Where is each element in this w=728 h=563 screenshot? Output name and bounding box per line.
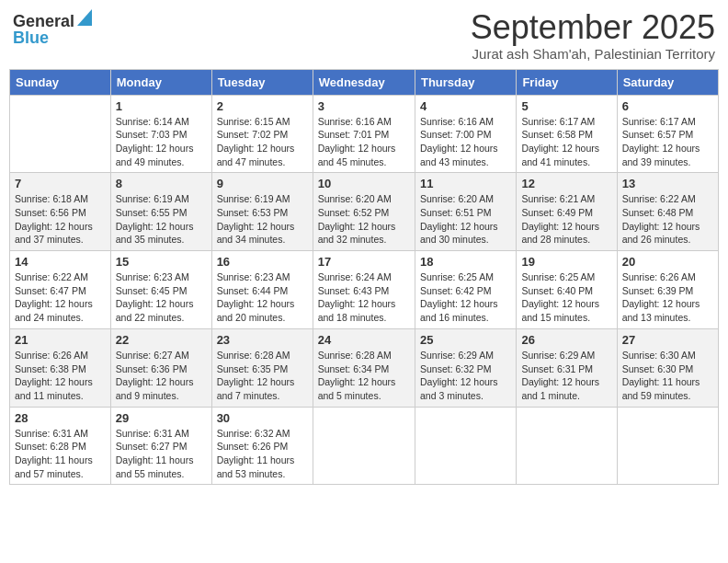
column-header-friday: Friday: [517, 69, 617, 95]
day-number: 14: [15, 255, 106, 269]
calendar-cell: 10Sunrise: 6:20 AMSunset: 6:52 PMDayligh…: [313, 173, 415, 251]
calendar-cell: 9Sunrise: 6:19 AMSunset: 6:53 PMDaylight…: [211, 173, 313, 251]
calendar-cell: 21Sunrise: 6:26 AMSunset: 6:38 PMDayligh…: [10, 328, 111, 407]
calendar-cell: 2Sunrise: 6:15 AMSunset: 7:02 PMDaylight…: [211, 95, 313, 173]
page-header: General Blue September 2025 Jurat ash Sh…: [9, 9, 719, 62]
calendar-cell: 18Sunrise: 6:25 AMSunset: 6:42 PMDayligh…: [415, 251, 516, 329]
day-info: Sunrise: 6:16 AMSunset: 7:00 PMDaylight:…: [420, 115, 511, 169]
title-block: September 2025 Jurat ash Sham'ah, Palest…: [471, 9, 715, 62]
calendar-header-row: SundayMondayTuesdayWednesdayThursdayFrid…: [10, 69, 719, 95]
column-header-wednesday: Wednesday: [313, 69, 415, 95]
day-info: Sunrise: 6:26 AMSunset: 6:38 PMDaylight:…: [15, 349, 106, 403]
day-number: 24: [318, 333, 410, 347]
day-number: 29: [116, 411, 207, 425]
day-info: Sunrise: 6:23 AMSunset: 6:45 PMDaylight:…: [116, 270, 207, 325]
day-info: Sunrise: 6:32 AMSunset: 6:26 PMDaylight:…: [217, 427, 308, 481]
calendar-cell: 27Sunrise: 6:30 AMSunset: 6:30 PMDayligh…: [617, 328, 718, 407]
day-info: Sunrise: 6:18 AMSunset: 6:56 PMDaylight:…: [15, 192, 106, 247]
day-info: Sunrise: 6:27 AMSunset: 6:36 PMDaylight:…: [116, 349, 207, 403]
column-header-sunday: Sunday: [10, 69, 111, 95]
logo-general-text: General: [13, 13, 74, 29]
month-title: September 2025: [471, 9, 715, 46]
column-header-saturday: Saturday: [617, 69, 718, 95]
day-info: Sunrise: 6:29 AMSunset: 6:31 PMDaylight:…: [521, 349, 611, 403]
svg-marker-0: [77, 9, 92, 26]
day-info: Sunrise: 6:25 AMSunset: 6:42 PMDaylight:…: [420, 270, 511, 325]
day-info: Sunrise: 6:17 AMSunset: 6:58 PMDaylight:…: [521, 115, 611, 169]
day-number: 13: [622, 177, 713, 190]
day-info: Sunrise: 6:20 AMSunset: 6:52 PMDaylight:…: [318, 192, 410, 247]
calendar-week-row: 21Sunrise: 6:26 AMSunset: 6:38 PMDayligh…: [10, 328, 719, 407]
calendar-cell: 17Sunrise: 6:24 AMSunset: 6:43 PMDayligh…: [313, 251, 415, 329]
day-info: Sunrise: 6:16 AMSunset: 7:01 PMDaylight:…: [318, 115, 410, 169]
column-header-tuesday: Tuesday: [211, 69, 313, 95]
calendar-cell: [517, 407, 617, 485]
calendar-cell: 5Sunrise: 6:17 AMSunset: 6:58 PMDaylight…: [517, 95, 617, 173]
day-info: Sunrise: 6:31 AMSunset: 6:27 PMDaylight:…: [116, 427, 207, 481]
logo-blue-text: Blue: [13, 29, 49, 46]
calendar-cell: 22Sunrise: 6:27 AMSunset: 6:36 PMDayligh…: [110, 328, 211, 407]
day-info: Sunrise: 6:19 AMSunset: 6:55 PMDaylight:…: [116, 192, 207, 247]
calendar-cell: 26Sunrise: 6:29 AMSunset: 6:31 PMDayligh…: [517, 328, 617, 407]
day-number: 10: [318, 177, 410, 190]
day-info: Sunrise: 6:15 AMSunset: 7:02 PMDaylight:…: [217, 115, 308, 169]
calendar-cell: 23Sunrise: 6:28 AMSunset: 6:35 PMDayligh…: [211, 328, 313, 407]
calendar-cell: 25Sunrise: 6:29 AMSunset: 6:32 PMDayligh…: [415, 328, 516, 407]
calendar-cell: 11Sunrise: 6:20 AMSunset: 6:51 PMDayligh…: [415, 173, 516, 251]
logo: General Blue: [13, 9, 92, 46]
calendar-cell: 8Sunrise: 6:19 AMSunset: 6:55 PMDaylight…: [110, 173, 211, 251]
day-number: 30: [217, 411, 308, 425]
calendar-cell: 6Sunrise: 6:17 AMSunset: 6:57 PMDaylight…: [617, 95, 718, 173]
day-info: Sunrise: 6:28 AMSunset: 6:35 PMDaylight:…: [217, 349, 308, 403]
calendar-table: SundayMondayTuesdayWednesdayThursdayFrid…: [9, 69, 719, 486]
day-info: Sunrise: 6:26 AMSunset: 6:39 PMDaylight:…: [622, 270, 713, 325]
calendar-cell: [313, 407, 415, 485]
day-info: Sunrise: 6:29 AMSunset: 6:32 PMDaylight:…: [420, 349, 511, 403]
calendar-cell: 20Sunrise: 6:26 AMSunset: 6:39 PMDayligh…: [617, 251, 718, 329]
calendar-cell: 15Sunrise: 6:23 AMSunset: 6:45 PMDayligh…: [110, 251, 211, 329]
day-info: Sunrise: 6:28 AMSunset: 6:34 PMDaylight:…: [318, 349, 410, 403]
day-number: 28: [15, 411, 106, 425]
day-info: Sunrise: 6:23 AMSunset: 6:44 PMDaylight:…: [217, 270, 308, 325]
day-number: 1: [116, 99, 207, 113]
day-number: 15: [116, 255, 207, 269]
calendar-cell: 16Sunrise: 6:23 AMSunset: 6:44 PMDayligh…: [211, 251, 313, 329]
day-number: 4: [420, 99, 511, 113]
calendar-cell: 29Sunrise: 6:31 AMSunset: 6:27 PMDayligh…: [110, 407, 211, 485]
calendar-cell: 4Sunrise: 6:16 AMSunset: 7:00 PMDaylight…: [415, 95, 516, 173]
day-info: Sunrise: 6:22 AMSunset: 6:47 PMDaylight:…: [15, 270, 106, 325]
day-info: Sunrise: 6:19 AMSunset: 6:53 PMDaylight:…: [217, 192, 308, 247]
day-info: Sunrise: 6:14 AMSunset: 7:03 PMDaylight:…: [116, 115, 207, 169]
calendar-week-row: 14Sunrise: 6:22 AMSunset: 6:47 PMDayligh…: [10, 251, 719, 329]
day-info: Sunrise: 6:20 AMSunset: 6:51 PMDaylight:…: [420, 192, 511, 247]
calendar-cell: 30Sunrise: 6:32 AMSunset: 6:26 PMDayligh…: [211, 407, 313, 485]
calendar-week-row: 1Sunrise: 6:14 AMSunset: 7:03 PMDaylight…: [10, 95, 719, 173]
day-number: 9: [217, 177, 308, 190]
calendar-cell: 12Sunrise: 6:21 AMSunset: 6:49 PMDayligh…: [517, 173, 617, 251]
calendar-cell: 3Sunrise: 6:16 AMSunset: 7:01 PMDaylight…: [313, 95, 415, 173]
calendar-cell: 28Sunrise: 6:31 AMSunset: 6:28 PMDayligh…: [10, 407, 111, 485]
calendar-cell: [617, 407, 718, 485]
day-number: 26: [521, 333, 611, 347]
day-info: Sunrise: 6:21 AMSunset: 6:49 PMDaylight:…: [521, 192, 611, 247]
day-number: 27: [622, 333, 713, 347]
day-number: 20: [622, 255, 713, 269]
calendar-week-row: 28Sunrise: 6:31 AMSunset: 6:28 PMDayligh…: [10, 407, 719, 485]
day-info: Sunrise: 6:31 AMSunset: 6:28 PMDaylight:…: [15, 427, 106, 481]
day-number: 22: [116, 333, 207, 347]
day-number: 16: [217, 255, 308, 269]
day-info: Sunrise: 6:24 AMSunset: 6:43 PMDaylight:…: [318, 270, 410, 325]
calendar-cell: [10, 95, 111, 173]
calendar-cell: [415, 407, 516, 485]
calendar-cell: 1Sunrise: 6:14 AMSunset: 7:03 PMDaylight…: [110, 95, 211, 173]
day-number: 6: [622, 99, 713, 113]
day-info: Sunrise: 6:30 AMSunset: 6:30 PMDaylight:…: [622, 349, 713, 403]
day-number: 19: [521, 255, 611, 269]
day-info: Sunrise: 6:17 AMSunset: 6:57 PMDaylight:…: [622, 115, 713, 169]
location-title: Jurat ash Sham'ah, Palestinian Territory: [471, 46, 715, 62]
day-info: Sunrise: 6:22 AMSunset: 6:48 PMDaylight:…: [622, 192, 713, 247]
calendar-cell: 14Sunrise: 6:22 AMSunset: 6:47 PMDayligh…: [10, 251, 111, 329]
day-number: 2: [217, 99, 308, 113]
calendar-week-row: 7Sunrise: 6:18 AMSunset: 6:56 PMDaylight…: [10, 173, 719, 251]
day-number: 3: [318, 99, 410, 113]
